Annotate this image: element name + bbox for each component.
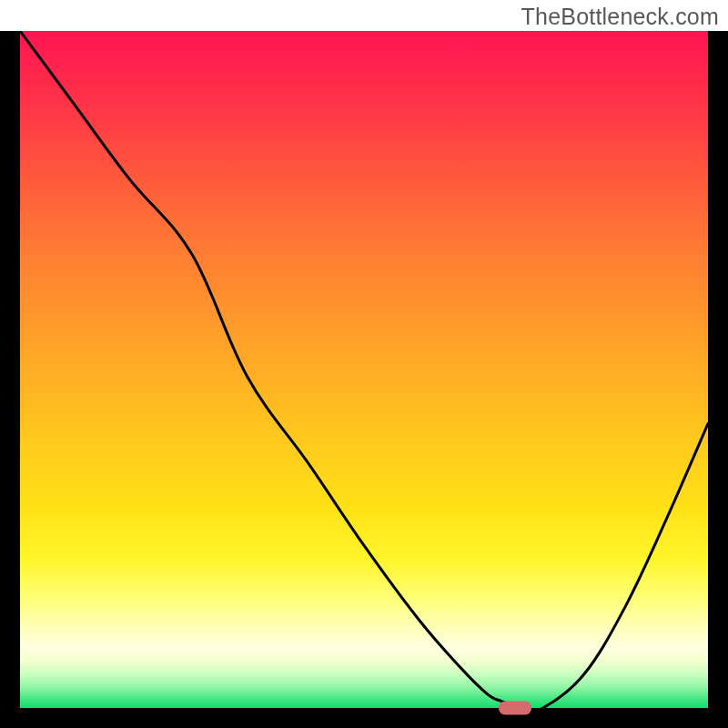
bottleneck-curve: [20, 31, 708, 708]
plot-area: [20, 31, 708, 708]
chart-container: TheBottleneck.com: [0, 0, 728, 728]
optimal-marker: [499, 702, 531, 715]
watermark-text: TheBottleneck.com: [521, 4, 719, 30]
plot-frame: [0, 31, 728, 728]
